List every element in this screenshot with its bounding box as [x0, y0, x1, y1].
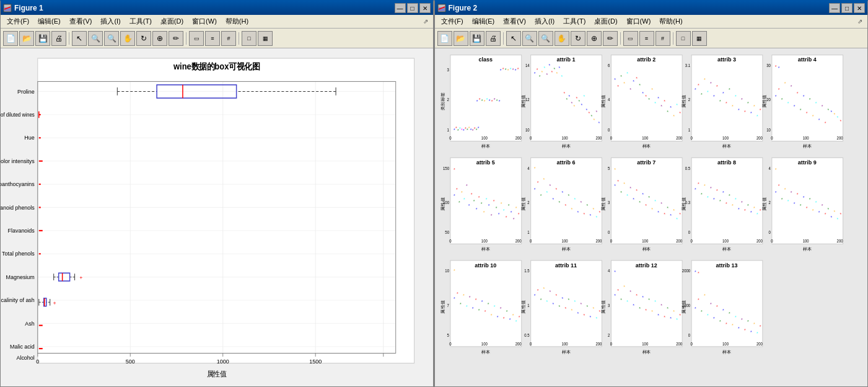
svg-text:*: * — [818, 210, 820, 215]
svg-text:*: * — [538, 74, 540, 79]
subplot-attrib8: attrib 8 属性值 样本 0.5 0.3 0 0 100 200 *** … — [681, 158, 763, 252]
svg-text:*: * — [719, 98, 721, 104]
tb-open-2[interactable]: 📂 — [454, 31, 468, 46]
tb-save-2[interactable]: 💾 — [470, 31, 484, 46]
figure2-toolbar: 📄 📂 💾 🖨 ↖ 🔍 🔍 ✋ ↻ ⊕ ✏ ▭ ≡ # □ ▦ — [435, 29, 868, 48]
menu-view-1[interactable]: 查看(V) — [66, 16, 96, 27]
svg-text:*: * — [496, 314, 498, 320]
menu-desktop-2[interactable]: 桌面(D) — [590, 16, 621, 27]
menu-window-2[interactable]: 窗口(W) — [623, 16, 655, 27]
svg-text:200: 200 — [756, 239, 763, 243]
tb-extra2-2[interactable]: ▦ — [692, 31, 707, 46]
menu-help-2[interactable]: 帮助(H) — [655, 16, 686, 27]
tb-grid-1[interactable]: # — [221, 31, 236, 46]
svg-text:*: * — [836, 115, 838, 120]
svg-text:*: * — [722, 190, 724, 195]
tb-zoomin-2[interactable]: 🔍 — [522, 31, 537, 46]
tb-zoomout-1[interactable]: 🔍 — [104, 31, 119, 46]
tb-zoomout-2[interactable]: 🔍 — [538, 31, 553, 46]
figure2-minimize[interactable]: — — [829, 3, 840, 13]
tb-colorbar-1[interactable]: ▭ — [189, 31, 204, 46]
svg-text:*: * — [468, 203, 470, 208]
tb-select-2[interactable]: ↖ — [506, 31, 521, 46]
svg-text:*: * — [629, 289, 631, 295]
svg-text:*: * — [778, 183, 779, 189]
tb-extra2-1[interactable]: ▦ — [258, 31, 273, 46]
figure1-maximize[interactable]: □ — [407, 3, 418, 13]
svg-text:*: * — [488, 203, 489, 208]
tb-brush-1[interactable]: ✏ — [169, 31, 183, 46]
svg-text:*: * — [710, 301, 712, 306]
svg-text:*: * — [818, 117, 820, 122]
menu-insert-2[interactable]: 插入(I) — [531, 16, 558, 27]
menu-help-1[interactable]: 帮助(H) — [222, 16, 252, 27]
tb-colorbar-2[interactable]: ▭ — [623, 31, 638, 46]
svg-text:200: 200 — [515, 136, 522, 140]
tb-pan-1[interactable]: ✋ — [120, 31, 135, 46]
magnesium-outlier: + — [80, 275, 83, 281]
svg-text:*: * — [549, 289, 551, 295]
tb-rotate-1[interactable]: ↻ — [136, 31, 151, 46]
svg-text:*: * — [561, 190, 563, 195]
svg-text:100: 100 — [481, 239, 488, 243]
figure1-minimize[interactable]: — — [395, 3, 406, 13]
menu-window-1[interactable]: 窗口(W) — [188, 16, 221, 27]
svg-text:*: * — [698, 270, 699, 276]
tb-legend-1[interactable]: ≡ — [205, 31, 220, 46]
tb-new-2[interactable]: 📄 — [437, 31, 452, 46]
svg-text:*: * — [499, 306, 501, 311]
figure2-close[interactable]: ✕ — [854, 3, 865, 13]
tb-legend-2[interactable]: ≡ — [639, 31, 654, 46]
svg-text:*: * — [458, 200, 460, 205]
svg-text:*: * — [589, 314, 591, 320]
menu-tools-1[interactable]: 工具(T) — [126, 16, 156, 27]
svg-text:属性值: 属性值 — [600, 197, 606, 211]
svg-text:*: * — [639, 306, 641, 311]
svg-text:0: 0 — [449, 342, 452, 346]
svg-text:*: * — [589, 213, 591, 218]
tb-datacursor-2[interactable]: ⊕ — [587, 31, 602, 46]
menu-edit-2[interactable]: 编辑(E) — [468, 16, 499, 27]
tb-new-1[interactable]: 📄 — [3, 31, 18, 46]
menu-view-2[interactable]: 查看(V) — [499, 16, 530, 27]
svg-text:2: 2 — [447, 97, 449, 102]
tb-brush-2[interactable]: ✏ — [603, 31, 618, 46]
tb-datacursor-1[interactable]: ⊕ — [152, 31, 167, 46]
tb-pan-2[interactable]: ✋ — [555, 31, 569, 46]
ylabel-ash: Ash — [25, 320, 34, 326]
tb-grid-2[interactable]: # — [655, 31, 670, 46]
figure1-close[interactable]: ✕ — [419, 3, 431, 13]
menu-file-2[interactable]: 文件(F) — [437, 16, 467, 27]
svg-text:*: * — [673, 309, 675, 314]
tb-select-1[interactable]: ↖ — [72, 31, 87, 46]
svg-text:*: * — [827, 107, 829, 112]
svg-text:*: * — [614, 183, 616, 189]
tb-extra1-1[interactable]: □ — [242, 31, 256, 46]
tb-print-1[interactable]: 🖨 — [51, 31, 66, 46]
menu-tools-2[interactable]: 工具(T) — [559, 16, 589, 27]
svg-text:*: * — [734, 197, 736, 202]
menu-insert-1[interactable]: 插入(I) — [97, 16, 124, 27]
menu-arrow-1: ⇗ — [421, 17, 431, 25]
svg-text:*: * — [673, 113, 675, 119]
svg-text:*: * — [790, 190, 792, 195]
tb-extra1-2[interactable]: □ — [676, 31, 691, 46]
svg-text:*: * — [480, 201, 482, 207]
tb-save-1[interactable]: 💾 — [35, 31, 50, 46]
menu-edit-1[interactable]: 编辑(E) — [34, 16, 64, 27]
svg-text:*: * — [478, 194, 480, 200]
svg-text:*: * — [648, 97, 650, 102]
tb-print-2[interactable]: 🖨 — [486, 31, 501, 46]
svg-text:*: * — [583, 211, 585, 217]
svg-text:*: * — [485, 197, 487, 202]
svg-text:属性值: 属性值 — [520, 300, 525, 314]
tb-open-1[interactable]: 📂 — [19, 31, 34, 46]
figure2-maximize[interactable]: □ — [841, 3, 853, 13]
svg-text:*: * — [651, 309, 653, 314]
tb-rotate-2[interactable]: ↻ — [571, 31, 585, 46]
svg-text:*: * — [725, 321, 727, 326]
svg-text:属性值: 属性值 — [600, 300, 606, 314]
menu-desktop-1[interactable]: 桌面(D) — [157, 16, 187, 27]
menu-file-1[interactable]: 文件(F) — [3, 16, 33, 27]
tb-zoomin-1[interactable]: 🔍 — [88, 31, 103, 46]
